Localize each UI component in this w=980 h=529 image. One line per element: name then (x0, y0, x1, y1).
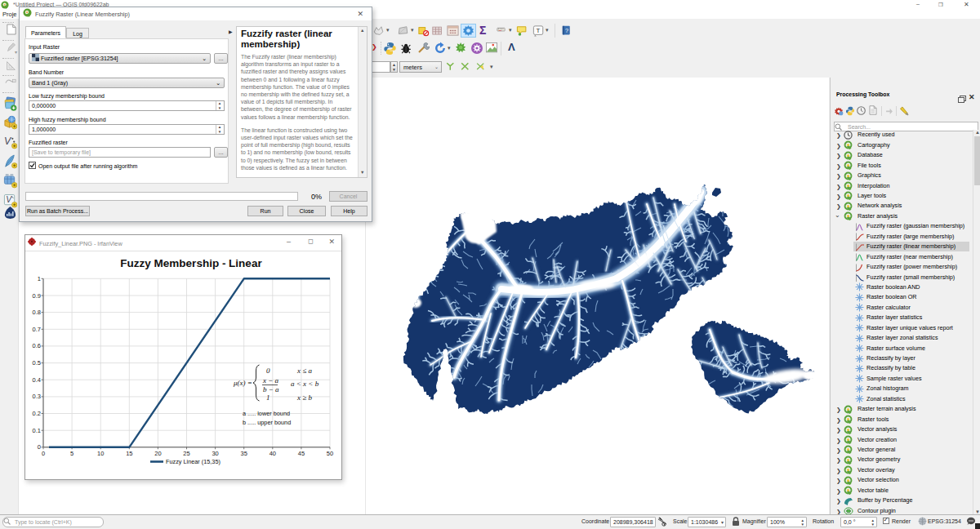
svg-text:25: 25 (183, 450, 189, 457)
svg-text:Fuzzy Linear (15,35): Fuzzy Linear (15,35) (166, 458, 220, 465)
svg-text:40: 40 (270, 450, 276, 457)
svg-text:0.7: 0.7 (33, 326, 41, 333)
svg-text:50: 50 (327, 450, 333, 457)
svg-text:1: 1 (38, 275, 41, 282)
svg-text:1: 1 (266, 393, 270, 402)
svg-text:?: ? (565, 27, 568, 34)
svg-text:0: 0 (38, 443, 41, 451)
svg-text:0.9: 0.9 (33, 292, 41, 300)
svg-text:a < x < b: a < x < b (291, 380, 319, 388)
svg-text:μ(x) =: μ(x) = (233, 379, 252, 387)
svg-text:b ..... upper bound: b ..... upper bound (243, 419, 291, 426)
svg-text:20: 20 (154, 450, 161, 457)
svg-text:0.5: 0.5 (33, 359, 41, 367)
svg-text:V: V (6, 195, 12, 204)
svg-text:0: 0 (42, 450, 45, 457)
svg-text:x − a: x − a (262, 376, 279, 385)
svg-text:10: 10 (97, 450, 104, 457)
svg-text:45: 45 (298, 450, 305, 457)
svg-text:0.2: 0.2 (33, 410, 41, 417)
svg-text:5: 5 (70, 450, 74, 457)
svg-text:0.3: 0.3 (33, 393, 41, 400)
svg-text:0.8: 0.8 (33, 309, 41, 316)
svg-text:V: V (4, 136, 12, 147)
svg-text:0.6: 0.6 (33, 342, 41, 349)
svg-text:30: 30 (212, 450, 218, 457)
svg-text:T: T (536, 27, 540, 34)
svg-text:b − a: b − a (263, 385, 279, 393)
svg-text:Fuzzy Membership - Linear: Fuzzy Membership - Linear (120, 257, 262, 269)
svg-text:0.1: 0.1 (33, 427, 41, 434)
svg-text:35: 35 (241, 450, 247, 457)
svg-text:0: 0 (266, 367, 270, 375)
svg-text:15: 15 (126, 450, 132, 457)
svg-text:a ..... lower bound: a ..... lower bound (243, 410, 290, 417)
svg-text:x ≥ b: x ≥ b (296, 393, 312, 402)
svg-text:x ≤ a: x ≤ a (296, 367, 312, 375)
svg-text:0.4: 0.4 (33, 376, 41, 384)
